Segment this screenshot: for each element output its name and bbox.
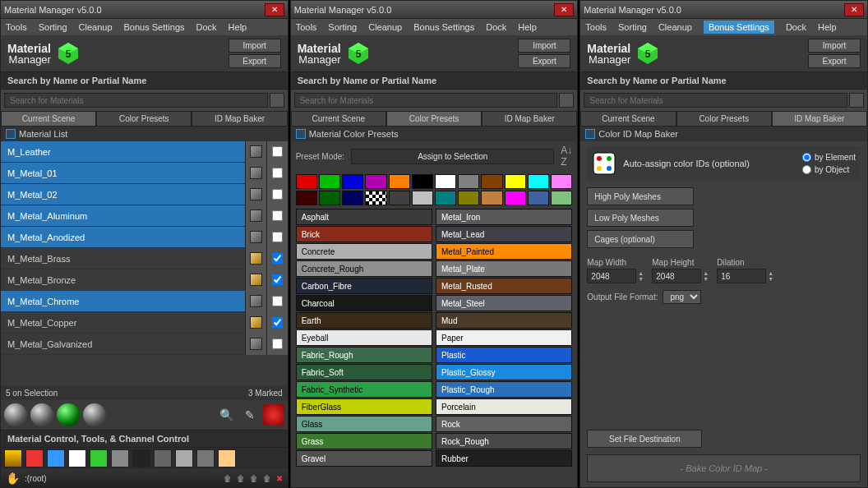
preset-item[interactable]: Charcoal (296, 295, 432, 311)
color-swatch[interactable] (435, 174, 456, 189)
tool-icon[interactable] (47, 449, 65, 467)
bake-button[interactable]: - Bake Color ID Map - (587, 454, 861, 482)
material-row[interactable]: M_Metal_Anodized (1, 227, 288, 248)
color-swatch[interactable] (296, 174, 317, 189)
tool-icon[interactable] (90, 449, 108, 467)
color-swatch[interactable] (342, 191, 363, 205)
preview-sphere[interactable] (30, 403, 53, 426)
preset-item[interactable]: Metal_Painted (436, 243, 572, 260)
spinner-down-icon[interactable]: ▼ (703, 276, 709, 282)
color-swatch[interactable] (481, 174, 502, 189)
preset-mode-select[interactable]: Assign to Selection (351, 149, 554, 164)
menu-sorting[interactable]: Sorting (39, 22, 67, 32)
close-icon[interactable]: ✕ (265, 3, 284, 16)
search-input[interactable] (294, 93, 558, 108)
color-swatch[interactable] (551, 191, 572, 205)
color-swatch[interactable] (458, 174, 479, 189)
footer-close-icon[interactable]: ✖ (276, 474, 283, 483)
edit-icon[interactable]: ✎ (240, 405, 260, 425)
spinner-down-icon[interactable]: ▼ (638, 276, 644, 282)
menu-cleanup[interactable]: Cleanup (658, 22, 692, 32)
map-height-input[interactable] (652, 269, 701, 283)
material-cube-icon[interactable] (245, 291, 266, 312)
preset-item[interactable]: Mud (436, 312, 572, 329)
preset-item[interactable]: Asphalt (296, 209, 432, 225)
tool-icon[interactable] (154, 449, 172, 467)
dilation-input[interactable] (717, 269, 766, 283)
material-checkbox[interactable] (266, 205, 288, 227)
assign-icon[interactable] (4, 449, 22, 467)
import-button[interactable]: Import (518, 39, 570, 53)
preset-item[interactable]: Carbon_Fibre (296, 278, 432, 294)
material-checkbox[interactable] (266, 334, 288, 355)
export-button[interactable]: Export (229, 54, 281, 68)
menu-sorting[interactable]: Sorting (618, 22, 647, 32)
preset-item[interactable]: Plastic (436, 347, 572, 363)
color-swatch[interactable] (389, 174, 410, 189)
material-row[interactable]: M_Metal_Chrome (1, 291, 288, 312)
menu-sorting[interactable]: Sorting (328, 22, 357, 32)
material-checkbox[interactable] (266, 269, 288, 291)
material-cube-icon[interactable] (245, 205, 266, 227)
material-checkbox[interactable] (266, 248, 288, 269)
preset-item[interactable]: Fabric_Rough (296, 347, 432, 363)
spinner-up-icon[interactable]: ▲ (768, 270, 773, 276)
color-swatch[interactable] (505, 191, 526, 205)
preset-item[interactable]: Rock_Rough (436, 433, 572, 449)
preview-sphere[interactable] (57, 403, 80, 426)
material-cube-icon[interactable] (245, 248, 266, 269)
material-cube-icon[interactable] (245, 163, 266, 184)
spinner-up-icon[interactable]: ▲ (703, 270, 709, 276)
tool-icon[interactable] (132, 449, 150, 467)
high-poly-button[interactable]: High Poly Meshes (587, 187, 694, 205)
material-checkbox[interactable] (266, 312, 288, 334)
material-cube-icon[interactable] (245, 184, 266, 205)
preset-item[interactable]: Metal_Steel (436, 295, 572, 311)
preset-item[interactable]: Metal_Iron (436, 209, 572, 225)
tab-id-map-baker[interactable]: ID Map Baker (482, 111, 577, 127)
preset-item[interactable]: Rubber (436, 450, 572, 467)
menu-help[interactable]: Help (229, 22, 247, 32)
export-button[interactable]: Export (808, 54, 861, 68)
checkbox[interactable] (296, 129, 306, 139)
preset-item[interactable]: Plastic_Glossy (436, 364, 572, 380)
menu-cleanup[interactable]: Cleanup (368, 22, 402, 32)
search-clear-icon[interactable] (270, 93, 284, 108)
preset-item[interactable]: Concrete (296, 243, 432, 260)
material-row[interactable]: M_Metal_Aluminum (1, 205, 288, 227)
footer-trash-icon[interactable]: 🗑 (237, 474, 245, 483)
menu-tools[interactable]: Tools (6, 22, 27, 32)
color-swatch[interactable] (551, 174, 572, 189)
preset-item[interactable]: Concrete_Rough (296, 260, 432, 277)
menu-tools[interactable]: Tools (296, 22, 317, 32)
material-checkbox[interactable] (266, 184, 288, 205)
tool-icon[interactable] (175, 449, 193, 467)
preset-item[interactable]: Fabric_Soft (296, 364, 432, 380)
footer-trash-icon[interactable]: 🗑 (250, 474, 258, 483)
folder-icon[interactable] (218, 449, 236, 467)
tab-current-scene[interactable]: Current Scene (1, 111, 96, 127)
close-icon[interactable]: ✕ (844, 3, 864, 16)
material-row[interactable]: M_Metal_Brass (1, 248, 288, 269)
preset-item[interactable]: Glass (296, 416, 432, 432)
color-swatch[interactable] (481, 191, 502, 205)
footer-trash-icon[interactable]: 🗑 (224, 474, 232, 483)
sort-icon[interactable]: A↓Z (561, 145, 572, 168)
material-cube-icon[interactable] (245, 334, 266, 355)
search-clear-icon[interactable] (559, 93, 574, 108)
material-row[interactable]: M_Leather (1, 141, 288, 163)
tool-icon[interactable] (68, 449, 86, 467)
menu-help[interactable]: Help (818, 22, 837, 32)
tab-color-presets[interactable]: Color Presets (386, 111, 482, 127)
radio-by-element[interactable]: by Element (802, 153, 856, 162)
search-input[interactable] (584, 93, 847, 108)
search-clear-icon[interactable] (849, 93, 864, 108)
color-swatch[interactable] (528, 191, 549, 205)
tab-id-map-baker[interactable]: ID Map Baker (192, 111, 287, 127)
menu-bonus-settings[interactable]: Bonus Settings (413, 22, 474, 32)
preview-sphere[interactable] (83, 403, 106, 426)
material-checkbox[interactable] (266, 163, 288, 184)
preset-item[interactable]: Porcelain (436, 398, 572, 415)
low-poly-button[interactable]: Low Poly Meshes (587, 209, 694, 227)
material-row[interactable]: M_Metal_Bronze (1, 269, 288, 291)
